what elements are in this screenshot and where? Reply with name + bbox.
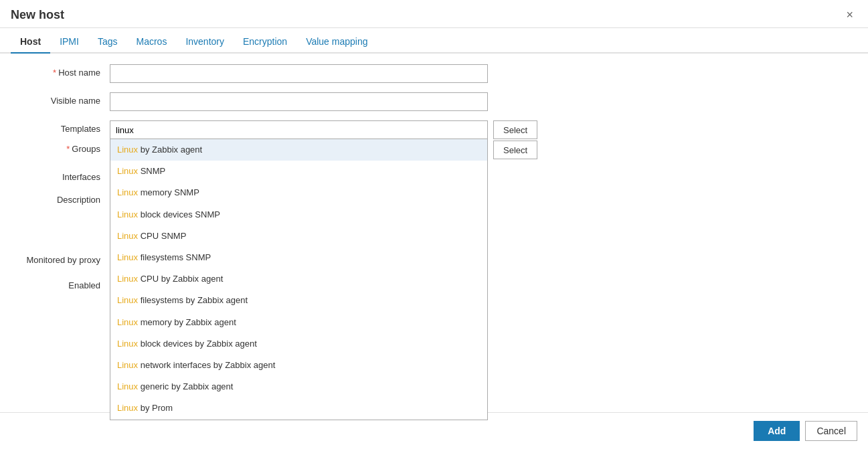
templates-input-wrap: Linux by Zabbix agentLinux SNMPLinux mem… <box>110 120 537 139</box>
dropdown-item[interactable]: Linux by Prom <box>110 397 487 419</box>
interfaces-label: Interfaces <box>16 169 110 182</box>
dropdown-item[interactable]: Linux block devices by Zabbix agent <box>110 333 487 355</box>
dropdown-item[interactable]: Linux block devices SNMP <box>110 204 487 226</box>
dropdown-item[interactable]: Linux CPU SNMP <box>110 226 487 247</box>
groups-required-star: * <box>66 144 70 154</box>
dropdown-item[interactable]: Linux filesystems by Zabbix agent <box>110 290 487 311</box>
tab-host[interactable]: Host <box>11 31 50 54</box>
tab-inventory[interactable]: Inventory <box>176 31 234 54</box>
description-label: Description <box>16 191 110 205</box>
dropdown-item[interactable]: Linux by Zabbix agent <box>110 139 487 161</box>
host-name-input[interactable] <box>110 64 488 83</box>
tab-tags[interactable]: Tags <box>88 31 127 54</box>
groups-label: *Groups <box>16 141 110 154</box>
form-body: *Host name Visible name Templates Linux … <box>0 54 868 310</box>
templates-select-button[interactable]: Select <box>493 120 537 139</box>
monitored-by-proxy-label: Monitored by proxy <box>16 252 110 265</box>
tab-value-mapping[interactable]: Value mapping <box>296 31 377 54</box>
add-button[interactable]: Add <box>754 421 800 441</box>
visible-name-label: Visible name <box>16 92 110 106</box>
new-host-dialog: New host × Host IPMI Tags Macros Invento… <box>0 0 868 449</box>
tab-bar: Host IPMI Tags Macros Inventory Encrypti… <box>0 31 868 54</box>
dropdown-item[interactable]: Linux memory SNMP <box>110 182 487 203</box>
tab-ipmi[interactable]: IPMI <box>50 31 88 54</box>
groups-select-button[interactable]: Select <box>493 141 537 159</box>
dropdown-item[interactable]: Linux filesystems SNMP <box>110 247 487 268</box>
cancel-button[interactable]: Cancel <box>805 421 857 441</box>
dialog-title: New host <box>11 8 64 22</box>
visible-name-row: Visible name <box>16 92 852 111</box>
dialog-header: New host × <box>0 0 868 28</box>
close-button[interactable]: × <box>842 7 857 23</box>
dropdown-item[interactable]: Linux network interfaces by Zabbix agent <box>110 355 487 376</box>
host-name-label: *Host name <box>16 64 110 78</box>
dropdown-item[interactable]: Linux memory by Zabbix agent <box>110 312 487 333</box>
enabled-label: Enabled <box>16 277 110 290</box>
visible-name-input[interactable] <box>110 92 488 111</box>
dropdown-item[interactable]: Linux block devices by Zabbix agent acti… <box>110 419 487 420</box>
templates-input[interactable] <box>110 120 488 139</box>
dropdown-item[interactable]: Linux generic by Zabbix agent <box>110 376 487 397</box>
templates-label: Templates <box>16 120 110 134</box>
templates-dropdown: Linux by Zabbix agentLinux SNMPLinux mem… <box>110 139 488 420</box>
dropdown-item[interactable]: Linux SNMP <box>110 161 487 182</box>
required-star: * <box>53 68 56 78</box>
templates-row: Templates Linux by Zabbix agentLinux SNM… <box>16 120 852 139</box>
tab-encryption[interactable]: Encryption <box>234 31 296 54</box>
tab-macros[interactable]: Macros <box>126 31 176 54</box>
host-name-row: *Host name <box>16 64 852 83</box>
dropdown-item[interactable]: Linux CPU by Zabbix agent <box>110 268 487 290</box>
